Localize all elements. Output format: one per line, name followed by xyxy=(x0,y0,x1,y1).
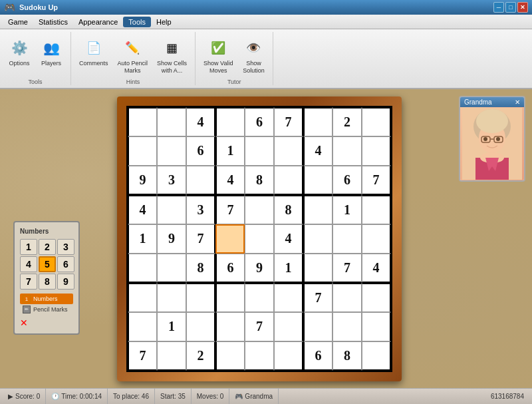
menu-statistics[interactable]: Statistics xyxy=(33,17,73,27)
number-btn-7[interactable]: 7 xyxy=(20,274,37,290)
sudoku-cell[interactable] xyxy=(332,224,362,254)
sudoku-cell[interactable] xyxy=(362,341,391,371)
sudoku-board[interactable]: 46726149348674378119748691747177268 xyxy=(126,106,392,372)
sudoku-cell[interactable]: 8 xyxy=(332,341,362,371)
players-button[interactable]: 👥 Players xyxy=(36,35,66,70)
sudoku-cell[interactable] xyxy=(245,283,274,312)
sudoku-cell[interactable] xyxy=(215,107,245,136)
sudoku-cell[interactable] xyxy=(303,254,332,283)
sudoku-cell[interactable] xyxy=(215,283,245,312)
sudoku-cell[interactable]: 9 xyxy=(245,254,274,283)
sudoku-cell[interactable]: 4 xyxy=(362,254,391,283)
sudoku-cell[interactable] xyxy=(332,136,362,166)
sudoku-cell[interactable]: 4 xyxy=(215,166,245,195)
auto-pencil-button[interactable]: ✏️ Auto PencilMarks xyxy=(114,35,152,77)
sudoku-cell[interactable]: 4 xyxy=(303,136,332,166)
sudoku-cell[interactable]: 8 xyxy=(245,166,274,195)
sudoku-cell[interactable] xyxy=(128,136,157,166)
sudoku-cell[interactable] xyxy=(186,166,215,195)
sudoku-cell[interactable] xyxy=(274,312,303,341)
options-button[interactable]: ⚙️ Options xyxy=(4,35,35,70)
delete-button[interactable]: ✕ xyxy=(20,317,73,328)
sudoku-cell[interactable]: 3 xyxy=(186,195,215,224)
sudoku-cell[interactable]: 7 xyxy=(303,283,332,312)
menu-appearance[interactable]: Appearance xyxy=(73,17,123,27)
sudoku-cell[interactable] xyxy=(362,283,391,312)
sudoku-cell[interactable]: 6 xyxy=(303,341,332,371)
sudoku-cell[interactable] xyxy=(303,224,332,254)
sudoku-cell[interactable] xyxy=(303,166,332,195)
menu-game[interactable]: Game xyxy=(3,17,33,27)
sudoku-cell[interactable] xyxy=(274,341,303,371)
close-button[interactable]: ✕ xyxy=(517,2,528,13)
number-btn-6[interactable]: 6 xyxy=(57,256,74,272)
sudoku-cell[interactable] xyxy=(186,283,215,312)
sudoku-cell[interactable]: 7 xyxy=(128,341,157,371)
number-btn-5[interactable]: 5 xyxy=(39,256,56,272)
sudoku-cell[interactable]: 8 xyxy=(186,254,215,283)
sudoku-cell[interactable] xyxy=(157,136,186,166)
sudoku-cell[interactable]: 1 xyxy=(274,254,303,283)
sudoku-cell[interactable] xyxy=(157,107,186,136)
number-btn-9[interactable]: 9 xyxy=(57,274,74,290)
menu-help[interactable]: Help xyxy=(151,17,177,27)
sudoku-cell[interactable] xyxy=(245,341,274,371)
sudoku-cell[interactable]: 6 xyxy=(245,107,274,136)
sudoku-cell[interactable] xyxy=(274,166,303,195)
sudoku-cell[interactable] xyxy=(128,312,157,341)
sudoku-cell[interactable] xyxy=(303,312,332,341)
sudoku-cell[interactable]: 2 xyxy=(186,341,215,371)
number-btn-4[interactable]: 4 xyxy=(20,256,37,272)
sudoku-cell[interactable] xyxy=(332,283,362,312)
number-btn-2[interactable]: 2 xyxy=(39,239,56,255)
sudoku-cell[interactable]: 7 xyxy=(362,166,391,195)
sudoku-cell[interactable]: 7 xyxy=(245,312,274,341)
sudoku-cell[interactable]: 7 xyxy=(215,195,245,224)
sudoku-cell[interactable]: 8 xyxy=(274,195,303,224)
sudoku-cell[interactable] xyxy=(157,254,186,283)
sudoku-cell[interactable] xyxy=(274,136,303,166)
sudoku-cell[interactable] xyxy=(157,195,186,224)
comments-button[interactable]: 📄 Comments xyxy=(75,35,112,70)
sudoku-cell[interactable]: 9 xyxy=(128,166,157,195)
sudoku-cell[interactable]: 6 xyxy=(215,254,245,283)
sudoku-cell[interactable] xyxy=(157,341,186,371)
sudoku-cell[interactable] xyxy=(128,283,157,312)
sudoku-cell[interactable]: 6 xyxy=(186,136,215,166)
sudoku-cell[interactable]: 1 xyxy=(128,224,157,254)
sudoku-cell[interactable]: 4 xyxy=(186,107,215,136)
sudoku-cell[interactable] xyxy=(186,312,215,341)
sudoku-cell[interactable]: 1 xyxy=(332,195,362,224)
sudoku-cell[interactable] xyxy=(245,195,274,224)
sudoku-cell[interactable] xyxy=(157,283,186,312)
minimize-button[interactable]: ─ xyxy=(493,2,504,13)
sudoku-cell[interactable] xyxy=(362,224,391,254)
pencil-mode-button[interactable]: ✏ Pencil Marks xyxy=(20,304,73,315)
sudoku-cell[interactable]: 7 xyxy=(332,254,362,283)
sudoku-cell[interactable]: 7 xyxy=(274,107,303,136)
sudoku-cell[interactable] xyxy=(245,224,274,254)
show-valid-button[interactable]: ✅ Show ValidMoves xyxy=(200,35,237,77)
sudoku-cell[interactable] xyxy=(362,107,391,136)
sudoku-cell[interactable]: 7 xyxy=(186,224,215,254)
sudoku-cell[interactable]: 2 xyxy=(332,107,362,136)
sudoku-cell[interactable] xyxy=(362,195,391,224)
sudoku-cell[interactable]: 4 xyxy=(128,195,157,224)
sudoku-cell[interactable]: 6 xyxy=(332,166,362,195)
sudoku-cell[interactable] xyxy=(215,224,245,254)
maximize-button[interactable]: □ xyxy=(505,2,516,13)
show-solution-button[interactable]: 👁️ ShowSolution xyxy=(238,35,269,77)
sudoku-cell[interactable]: 1 xyxy=(215,136,245,166)
sudoku-cell[interactable] xyxy=(215,341,245,371)
number-btn-1[interactable]: 1 xyxy=(20,239,37,255)
sudoku-cell[interactable]: 3 xyxy=(157,166,186,195)
sudoku-cell[interactable] xyxy=(303,107,332,136)
sudoku-cell[interactable] xyxy=(215,312,245,341)
sudoku-cell[interactable]: 4 xyxy=(274,224,303,254)
number-btn-8[interactable]: 8 xyxy=(39,274,56,290)
sudoku-cell[interactable] xyxy=(362,312,391,341)
numbers-mode-button[interactable]: 1 Numbers xyxy=(20,294,73,304)
sudoku-cell[interactable] xyxy=(303,195,332,224)
menu-tools[interactable]: Tools xyxy=(123,17,151,27)
show-cells-button[interactable]: ▦ Show Cellswith A... xyxy=(153,35,191,77)
